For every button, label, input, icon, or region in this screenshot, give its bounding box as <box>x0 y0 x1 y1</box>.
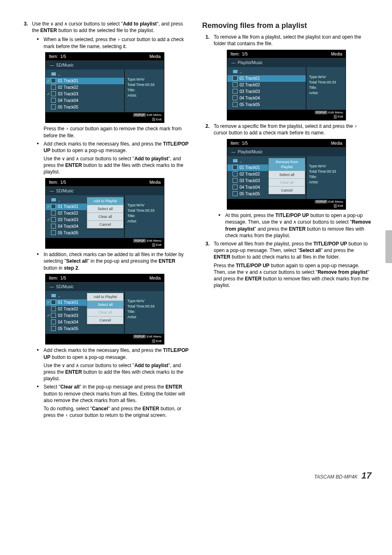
chevron-left-icon: ‹ <box>65 412 68 419</box>
bullet: • When a file is selected, press the › c… <box>32 36 190 49</box>
chevron-down-icon: ∨ <box>62 362 65 369</box>
bullet: • In addition, check marks can be added … <box>32 251 190 271</box>
media-browser-shot-5: Item: 1/5Media — Playlist/Music .. 01 Tr… <box>227 139 346 210</box>
step-1: 1. To remove a file from a playlist, sel… <box>202 34 371 47</box>
folder-icon <box>51 72 56 77</box>
popup-menu: Add to Playlist Select all Clear all Can… <box>87 293 124 325</box>
bullet: • Add check marks to the necessary files… <box>32 141 190 176</box>
step-3r: 3. To remove all files from the playlist… <box>202 240 371 289</box>
heading-removing: Removing files from a playlist <box>202 21 371 30</box>
chevron-up-icon: ∧ <box>259 269 262 275</box>
chevron-down-icon: ∨ <box>62 155 65 162</box>
folder-icon <box>51 197 56 203</box>
media-browser-shot-1: Item: 1/5 Media — SD/Music .. ✓01 Track0… <box>45 52 164 123</box>
music-icon <box>51 84 56 91</box>
folder-icon <box>232 69 238 75</box>
chevron-up-icon: ∧ <box>76 155 79 162</box>
step-2: 2. To remove a specific file from the pl… <box>202 123 371 136</box>
step-3: 3. Use the ∨ and ∧ cursor buttons to sel… <box>21 21 190 34</box>
check-icon: ✓ <box>46 78 51 84</box>
media-browser-shot-4: Item: 1/5Media — Playlist/Music .. 01 Tr… <box>227 50 346 121</box>
bullet: • At this point, press the TITLE/POP UP … <box>214 212 371 239</box>
chevron-up-icon: ∧ <box>65 21 67 27</box>
side-tab <box>385 230 392 263</box>
chevron-right-icon: › <box>117 36 120 43</box>
page-columns: 3. Use the ∨ and ∧ cursor buttons to sel… <box>21 21 371 420</box>
chevron-up-icon: ∧ <box>293 219 296 225</box>
media-browser-shot-2: Item: 1/5Media — SD/Music .. ✓01 Track01… <box>45 178 164 249</box>
chevron-down-icon: ∨ <box>51 21 53 27</box>
page-number: 17 <box>362 470 371 481</box>
chevron-up-icon: ∧ <box>76 362 79 369</box>
left-column: 3. Use the ∨ and ∧ cursor buttons to sel… <box>21 21 190 420</box>
page-footer: TASCAM BD-MP4K 17 <box>21 469 371 482</box>
popup-menu: Add to Playlist Select all Clear all Can… <box>87 197 124 229</box>
music-icon <box>51 78 56 84</box>
folder-icon <box>232 158 238 164</box>
chevron-right-icon: › <box>354 123 357 130</box>
chevron-down-icon: ∨ <box>245 269 248 275</box>
media-browser-shot-3: Item: 1/5Media — SD/Music .. ✓01 Track01… <box>45 274 164 345</box>
chevron-down-icon: ∨ <box>279 219 282 225</box>
popup-menu: Remove from Playlist Select all Clear al… <box>268 158 305 195</box>
right-column: Removing files from a playlist 1. To rem… <box>202 21 371 420</box>
folder-icon <box>51 293 56 299</box>
music-icon <box>51 104 56 111</box>
bullet: • Select "Clear all" in the pop-up messa… <box>32 384 190 419</box>
music-icon <box>51 91 56 97</box>
music-icon <box>51 97 56 104</box>
bullet: • Add check marks to the necessary files… <box>32 347 190 382</box>
check-icon: ✓ <box>46 91 51 97</box>
